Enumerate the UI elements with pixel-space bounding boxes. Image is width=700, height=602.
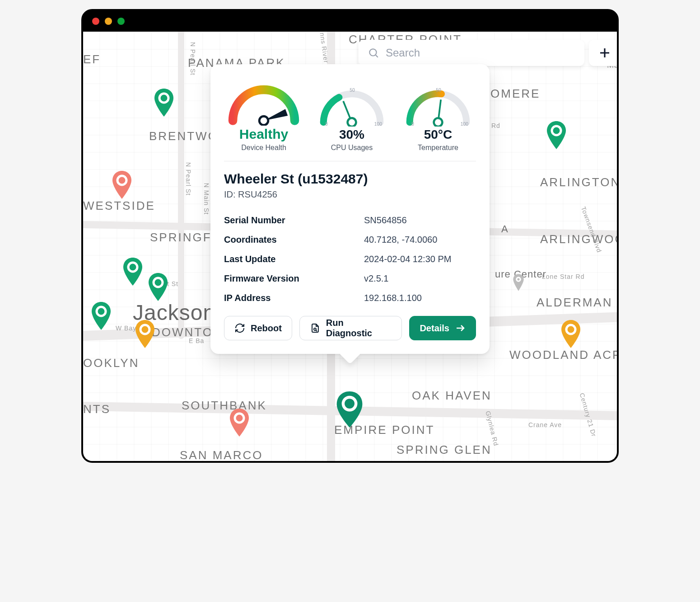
map-pin-green[interactable] (122, 258, 144, 286)
fact-row: Coordinates40.7128, -74.0060 (224, 230, 476, 249)
plus-icon (598, 46, 611, 60)
map-pin-orange[interactable] (560, 320, 582, 348)
details-label: Details (420, 323, 449, 334)
details-button[interactable]: Details (409, 316, 476, 340)
gauge-health-value: Healthy (224, 127, 303, 142)
gauge-temp: 0 50 100 50°C Temperature (400, 86, 476, 152)
svg-text:0: 0 (325, 122, 328, 127)
map-area-label: NTS (83, 402, 111, 416)
reboot-label: Reboot (251, 323, 282, 334)
map-pin-green[interactable] (153, 89, 175, 117)
fact-row: Last Update2024-02-04 12:30 PM (224, 249, 476, 269)
svg-text:50: 50 (350, 88, 355, 93)
device-popup-card: Healthy Device Health 0 50 100 (210, 64, 490, 354)
map-area-label: SPRINGF (150, 230, 212, 245)
gauge-temp-value: 50°C (400, 127, 476, 142)
map-road-label: Rd (491, 122, 500, 129)
map-pin-green[interactable] (546, 121, 567, 149)
svg-point-26 (434, 118, 443, 127)
map-road-label: N Pearl St (189, 42, 196, 75)
svg-line-28 (316, 330, 317, 331)
fact-row: Serial NumberSN564856 (224, 211, 476, 230)
svg-point-12 (369, 49, 376, 56)
map-area-label: SOUTHBANK (182, 399, 267, 413)
map-road-label: Crane Ave (528, 421, 562, 428)
map-road-label: N Main St (203, 183, 210, 215)
map-area-label: SPRING GLEN (397, 443, 492, 457)
gauge-cpu: 0 50 100 30% CPU Usages (314, 86, 390, 152)
svg-text:50: 50 (436, 88, 441, 93)
fact-row: IP Address192.168.1.100 (224, 288, 476, 308)
map-area-label: ARLINGWOOD (540, 232, 617, 246)
window-close-icon[interactable] (92, 18, 99, 25)
svg-text:0: 0 (411, 122, 414, 127)
fact-row: Firmware Versionv2.5.1 (224, 269, 476, 288)
gauge-temp-caption: Temperature (400, 144, 476, 152)
map-pin-green[interactable] (90, 302, 112, 330)
app-window: CHARTER POINT PANAMA PARK EF BRENTWOOD W… (81, 9, 619, 463)
diagnostic-button[interactable]: Run Diagnostic (299, 316, 402, 340)
search-icon (368, 47, 379, 59)
map-area-label: SAN MARCO (180, 448, 263, 461)
map-road-label: Lone Star Rd (542, 273, 585, 280)
map-area-label: OMERE (490, 87, 540, 101)
map-road-label: E Ba (189, 337, 204, 344)
map-area-label: ALDERMAN PARK (537, 296, 617, 310)
search-placeholder: Search (386, 47, 420, 59)
svg-point-21 (346, 117, 357, 127)
gauge-cpu-caption: CPU Usages (314, 144, 390, 152)
gauge-health-caption: Device Health (224, 144, 303, 152)
svg-text:100: 100 (374, 122, 382, 127)
window-minimize-icon[interactable] (105, 18, 112, 25)
file-search-icon (310, 323, 321, 334)
refresh-icon (234, 323, 245, 334)
road (178, 32, 184, 339)
map-text: A (501, 223, 509, 235)
search-input[interactable]: Search (359, 40, 584, 66)
svg-text:100: 100 (461, 122, 468, 127)
add-button[interactable] (589, 40, 617, 66)
window-zoom-icon[interactable] (117, 18, 125, 25)
diagnostic-label: Run Diagnostic (326, 318, 392, 339)
poi-icon (512, 274, 525, 291)
map-area-label: OOKLYN (83, 356, 139, 370)
window-titlebar (83, 11, 617, 32)
svg-point-16 (258, 115, 269, 126)
gauge-health: Healthy Device Health (224, 76, 303, 152)
map-area-label: EF (83, 52, 101, 66)
map-road-label: N Pearl St (185, 162, 192, 196)
map-area-label: WESTSIDE (83, 199, 155, 213)
svg-point-1 (517, 278, 519, 280)
arrow-right-icon (455, 323, 466, 334)
map-viewport[interactable]: CHARTER POINT PANAMA PARK EF BRENTWOOD W… (83, 32, 617, 461)
map-pin-red[interactable] (229, 409, 250, 437)
device-title: Wheeler St (u1532487) (224, 171, 476, 187)
reboot-button[interactable]: Reboot (224, 316, 292, 340)
map-pin-red[interactable] (111, 171, 133, 199)
svg-point-27 (314, 328, 316, 330)
gauge-cpu-value: 30% (314, 127, 390, 142)
device-id: ID: RSU4256 (224, 189, 476, 200)
actions-row: Reboot Run Diagnostic Details (224, 316, 476, 340)
device-facts: Serial NumberSN564856 Coordinates40.7128… (224, 211, 476, 308)
map-area-label: OAK HAVEN (412, 389, 492, 403)
map-area-label: WOODLAND ACRES (509, 348, 617, 362)
map-pin-selected[interactable] (336, 391, 364, 428)
gauges-row: Healthy Device Health 0 50 100 (224, 76, 476, 161)
map-pin-green[interactable] (147, 273, 169, 301)
map-pin-orange[interactable] (134, 320, 156, 348)
map-area-label: ARLINGTON H (540, 175, 617, 189)
svg-line-13 (376, 55, 378, 57)
